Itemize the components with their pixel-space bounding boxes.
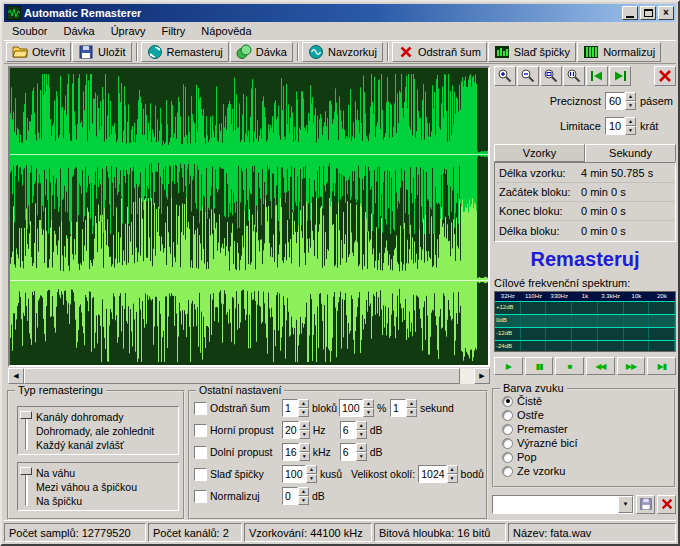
radio-premaster[interactable] [502, 424, 513, 435]
forward-button[interactable]: ▶▶ [617, 357, 646, 375]
denoise-label[interactable]: Odstraň šum [210, 402, 282, 414]
go-to-end-button[interactable] [609, 66, 631, 86]
close-button[interactable]: × [658, 6, 674, 20]
weight-option[interactable]: Na váhu [36, 466, 176, 480]
stop-button[interactable]: ■ [555, 357, 584, 375]
spin-down-button[interactable]: ▼ [298, 496, 309, 505]
zoom-all-button[interactable] [540, 66, 562, 86]
remaster-big-button[interactable]: Remasteruj [494, 248, 676, 271]
menu-soubor[interactable]: Soubor [4, 22, 55, 40]
spin-up-button[interactable]: ▲ [298, 399, 309, 408]
lowpass-label[interactable]: Dolní propust [210, 446, 282, 458]
tab-sekundy[interactable]: Sekundy [585, 144, 676, 162]
mode-option[interactable]: Každý kanál zvlášť [36, 438, 176, 452]
spin-up-button[interactable]: ▲ [406, 399, 417, 408]
precision-down-button[interactable]: ▼ [625, 101, 636, 110]
lowpass-checkbox[interactable] [194, 446, 207, 459]
maximize-button[interactable] [640, 6, 656, 20]
precision-value[interactable]: 60 [605, 92, 625, 110]
limit-down-button[interactable]: ▼ [625, 126, 636, 135]
precision-up-button[interactable]: ▲ [625, 92, 636, 101]
normalize-checkbox[interactable] [194, 490, 207, 503]
cancel-button[interactable] [654, 66, 676, 86]
radio-vyrazne-bici[interactable] [502, 438, 513, 449]
spin-up-button[interactable]: ▲ [298, 487, 309, 496]
mode-option[interactable]: Kanály dohromady [36, 410, 176, 424]
scrollbar-track[interactable] [24, 368, 474, 384]
zoom-selection-button[interactable] [563, 66, 585, 86]
delete-sample-button[interactable] [657, 495, 676, 514]
normalize-value[interactable]: 0 [282, 487, 298, 505]
denoise-button[interactable]: Odstraň šum [392, 42, 487, 62]
batch-button[interactable]: Dávka [230, 42, 293, 62]
menu-davka[interactable]: Dávka [55, 22, 102, 40]
radio-label[interactable]: Čistě [517, 395, 542, 407]
align-peaks-checkbox[interactable] [194, 468, 207, 481]
minimize-button[interactable] [622, 6, 638, 20]
align-peaks-count-value[interactable]: 100 [282, 465, 306, 483]
pause-button[interactable]: ▮▮ [525, 357, 554, 375]
open-button[interactable]: Otevřít [6, 42, 71, 62]
menu-napoveda[interactable]: Nápověda [193, 22, 259, 40]
align-peaks-label[interactable]: Slaď špičky [210, 468, 282, 480]
highpass-gain-value[interactable]: 6 [340, 421, 356, 439]
zoom-in-button[interactable] [494, 66, 516, 86]
spin-down-button[interactable]: ▼ [299, 430, 310, 439]
zoom-out-button[interactable] [517, 66, 539, 86]
highpass-freq-value[interactable]: 20 [282, 421, 299, 439]
spin-down-button[interactable]: ▼ [299, 452, 310, 461]
weight-mode-slider[interactable] [18, 463, 34, 510]
resample-button[interactable]: Navzorkuj [302, 42, 383, 62]
align-peaks-button[interactable]: Slaď špičky [488, 42, 576, 62]
title-bar[interactable]: Automatic Remasterer × [4, 4, 676, 22]
radio-ostre[interactable] [502, 410, 513, 421]
spin-down-button[interactable]: ▼ [356, 430, 367, 439]
spin-up-button[interactable]: ▲ [363, 399, 374, 408]
spin-down-button[interactable]: ▼ [298, 408, 309, 417]
spin-down-button[interactable]: ▼ [447, 474, 458, 483]
lowpass-gain-value[interactable]: 6 [340, 443, 356, 461]
rewind-button[interactable]: ◀◀ [586, 357, 615, 375]
highpass-checkbox[interactable] [194, 424, 207, 437]
scroll-left-button[interactable]: ◀ [8, 368, 24, 384]
radio-label[interactable]: Premaster [517, 423, 568, 435]
channel-mode-slider[interactable] [18, 407, 34, 454]
radio-label[interactable]: Ostře [517, 409, 544, 421]
lowpass-freq-value[interactable]: 16 [282, 443, 299, 461]
neighborhood-size-value[interactable]: 1024 [418, 465, 446, 483]
highpass-label[interactable]: Horní propust [210, 424, 282, 436]
menu-filtry[interactable]: Filtry [154, 22, 194, 40]
weight-option[interactable]: Na špičku [36, 494, 176, 508]
normalize-button[interactable]: Normalizuj [577, 42, 661, 62]
radio-ze-vzorku[interactable] [502, 466, 513, 477]
denoise-checkbox[interactable] [194, 402, 207, 415]
radio-pop[interactable] [502, 452, 513, 463]
denoise-percent-value[interactable]: 100 [339, 399, 363, 417]
scroll-right-button[interactable]: ▶ [474, 368, 490, 384]
save-sample-button[interactable] [636, 495, 655, 514]
play-button[interactable]: ▶ [494, 357, 523, 375]
radio-label[interactable]: Ze vzorku [517, 465, 565, 477]
dropdown-arrow-icon[interactable]: ▼ [618, 496, 633, 513]
mode-option[interactable]: Dohromady, ale zohlednit [36, 424, 176, 438]
spin-up-button[interactable]: ▲ [299, 421, 310, 430]
scrollbar-thumb[interactable] [24, 368, 460, 384]
slider-thumb[interactable] [20, 467, 32, 475]
radio-label[interactable]: Výrazné bicí [517, 437, 578, 449]
limit-value[interactable]: 10 [605, 117, 625, 135]
go-to-start-button[interactable] [586, 66, 608, 86]
to-end-button[interactable]: ▶▮ [647, 357, 676, 375]
spin-up-button[interactable]: ▲ [447, 465, 458, 474]
remaster-button[interactable]: Remasteruj [141, 42, 229, 62]
slider-thumb[interactable] [20, 411, 32, 419]
menu-upravy[interactable]: Úpravy [103, 22, 154, 40]
denoise-seconds-value[interactable]: 1 [390, 399, 406, 417]
spin-up-button[interactable]: ▲ [356, 443, 367, 452]
save-button[interactable]: Uložit [72, 42, 132, 62]
target-spectrum-grid[interactable]: 32Hz110Hz330Hz1k3.3kHz10k20k +12dB0dB-12… [494, 291, 676, 352]
limit-up-button[interactable]: ▲ [625, 117, 636, 126]
denoise-blocks-value[interactable]: 1 [282, 399, 298, 417]
waveform-display[interactable] [10, 68, 488, 365]
normalize-label[interactable]: Normalizuj [210, 490, 282, 502]
spin-down-button[interactable]: ▼ [356, 452, 367, 461]
